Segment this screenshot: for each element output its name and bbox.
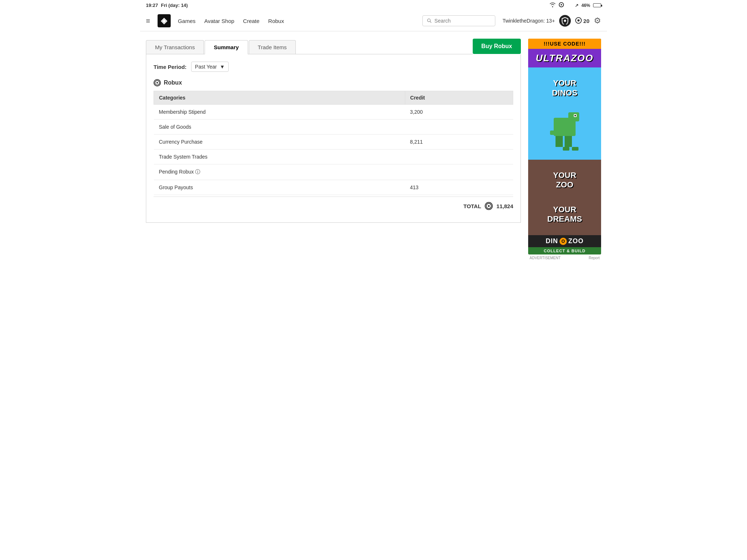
table-row: Sale of Goods	[154, 120, 513, 135]
search-box[interactable]	[422, 15, 495, 26]
ad-brand-part2: ZOO	[568, 237, 584, 245]
svg-rect-18	[572, 147, 578, 151]
table-body: Membership Stipend3,200Sale of GoodsCurr…	[154, 105, 513, 195]
status-day: Fri (day: 14)	[161, 3, 188, 8]
col-credit: Credit	[405, 91, 513, 105]
table-cell-credit	[405, 120, 513, 135]
chevron-down-icon: ▼	[220, 64, 225, 70]
ad-label: ADVERTISEMENT	[530, 256, 561, 260]
robux-balance: 20	[575, 17, 589, 25]
username-label: TwinkletheDragon: 13+	[503, 18, 555, 24]
sidebar-ad: !!!USE CODE!!! ULTRAZOO YOURDINOS	[528, 39, 601, 261]
time-period-label: Time Period:	[154, 64, 187, 70]
battery-icon	[593, 3, 601, 7]
time-period-select[interactable]: Past Year ▼	[191, 62, 229, 72]
robux-section-label: Robux	[164, 79, 182, 86]
svg-rect-12	[568, 112, 579, 121]
svg-line-3	[430, 22, 431, 23]
circle-icon	[559, 2, 564, 8]
battery-percent: 46%	[581, 3, 590, 8]
search-icon	[427, 18, 431, 23]
table-cell-category: Trade System Trades	[154, 149, 405, 164]
svg-point-6	[577, 19, 580, 22]
buy-robux-button[interactable]: Buy Robux	[473, 39, 521, 54]
moon-icon	[567, 2, 572, 8]
svg-point-1	[561, 4, 562, 5]
status-bar: 19:27 Fri (day: 14) ↗ 46%	[140, 0, 607, 11]
table-row: Pending Robux ⓘ	[154, 164, 513, 180]
table-cell-credit: 3,200	[405, 105, 513, 120]
total-value: 11,824	[496, 203, 513, 209]
logo-symbol: ◈	[161, 16, 167, 26]
total-row: TOTAL 11,824	[154, 197, 513, 215]
summary-table: Categories Credit Membership Stipend3,20…	[154, 91, 513, 195]
robux-count: 20	[583, 18, 589, 24]
time-period-row: Time Period: Past Year ▼	[154, 62, 513, 72]
svg-rect-14	[574, 115, 576, 116]
svg-rect-15	[565, 136, 572, 147]
ad-use-code: !!!USE CODE!!!	[528, 39, 601, 49]
svg-point-8	[156, 82, 158, 83]
ad-footer: ADVERTISEMENT Report	[528, 254, 601, 261]
content-area: My Transactions Summary Trade Items Buy …	[146, 39, 521, 261]
nav-links: Games Avatar Shop Create Robux	[178, 18, 415, 24]
nav-robux[interactable]: Robux	[268, 18, 284, 24]
ad-brand-part1: DIN	[546, 237, 558, 245]
svg-point-4	[564, 20, 566, 22]
status-right: ↗ 46%	[549, 2, 601, 8]
ad-brand: ULTRAZOO	[528, 49, 601, 67]
ad-brand-row: DIN O ZOO	[528, 235, 601, 247]
table-header-row: Categories Credit	[154, 91, 513, 105]
robux-icon-total	[485, 202, 493, 210]
table-cell-category: Membership Stipend	[154, 105, 405, 120]
roblox-logo[interactable]: ◈	[158, 14, 171, 27]
ad-line-1-2: YOURDINOS	[552, 78, 577, 98]
table-cell-credit	[405, 164, 513, 180]
nav-games[interactable]: Games	[178, 18, 196, 24]
svg-point-2	[427, 19, 430, 22]
tab-my-transactions[interactable]: My Transactions	[146, 40, 204, 54]
hamburger-icon[interactable]: ≡	[146, 17, 150, 25]
ad-line-3-4: YOURZOO	[553, 171, 576, 190]
shield-icon[interactable]	[559, 15, 571, 27]
time-period-value: Past Year	[195, 64, 217, 70]
table-cell-category: Sale of Goods	[154, 120, 405, 135]
table-row: Currency Purchase8,211	[154, 135, 513, 149]
table-cell-credit: 413	[405, 180, 513, 195]
search-input[interactable]	[434, 18, 491, 24]
table-cell-credit	[405, 149, 513, 164]
svg-rect-19	[563, 147, 569, 151]
table-cell-category: Pending Robux ⓘ	[154, 164, 405, 180]
nav-avatar-shop[interactable]: Avatar Shop	[204, 18, 234, 24]
status-left: 19:27 Fri (day: 14)	[146, 3, 188, 8]
robux-section-header: Robux	[154, 79, 513, 86]
table-cell-category: Group Payouts	[154, 180, 405, 195]
svg-rect-16	[556, 136, 563, 147]
nav-create[interactable]: Create	[243, 18, 259, 24]
gear-icon[interactable]: ⚙	[594, 16, 601, 26]
nav-user: TwinkletheDragon: 13+ 20 ⚙	[503, 15, 601, 27]
tabs-container: My Transactions Summary Trade Items	[146, 40, 473, 54]
tab-summary[interactable]: Summary	[205, 40, 248, 54]
table-row: Group Payouts413	[154, 180, 513, 195]
ad-brand-o: O	[560, 238, 567, 245]
table-cell-category: Currency Purchase	[154, 135, 405, 149]
robux-icon-nav	[575, 17, 582, 25]
svg-point-10	[488, 205, 490, 207]
col-categories: Categories	[154, 91, 405, 105]
table-cell-credit: 8,211	[405, 135, 513, 149]
ad-collect: COLLECT & BUILD	[528, 247, 601, 254]
main-content: My Transactions Summary Trade Items Buy …	[140, 31, 607, 269]
ad-report[interactable]: Report	[589, 256, 600, 260]
tabs-row: My Transactions Summary Trade Items Buy …	[146, 39, 521, 54]
ad-box: !!!USE CODE!!! ULTRAZOO YOURDINOS	[528, 39, 601, 254]
ad-line-5-6: YOURDREAMS	[547, 205, 582, 224]
dino-graphic	[543, 110, 587, 158]
status-time: 19:27	[146, 3, 158, 8]
tab-content: Time Period: Past Year ▼ Robux	[146, 54, 521, 223]
navbar: ≡ ◈ Games Avatar Shop Create Robux Twink…	[140, 11, 607, 31]
tab-trade-items[interactable]: Trade Items	[249, 40, 296, 54]
total-label: TOTAL	[464, 203, 481, 209]
robux-icon-section	[154, 79, 161, 86]
table-row: Membership Stipend3,200	[154, 105, 513, 120]
